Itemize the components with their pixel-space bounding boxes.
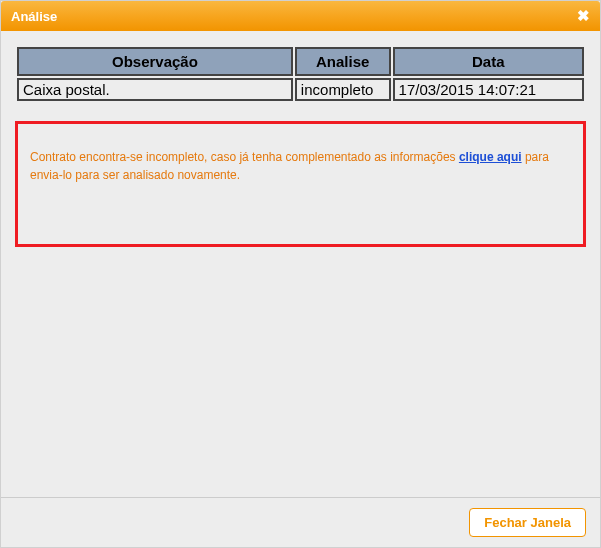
cell-data: 17/03/2015 14:07:21 [393, 78, 584, 101]
close-window-button[interactable]: Fechar Janela [469, 508, 586, 537]
notice-text-before: Contrato encontra-se incompleto, caso já… [30, 150, 459, 164]
col-header-data: Data [393, 47, 584, 76]
modal-footer: Fechar Janela [1, 497, 600, 547]
modal-title: Análise [11, 9, 57, 24]
table-header-row: Observação Analise Data [17, 47, 584, 76]
analysis-table: Observação Analise Data Caixa postal. in… [15, 45, 586, 103]
col-header-observacao: Observação [17, 47, 293, 76]
analysis-modal: Análise ✖ Observação Analise Data Caixa … [0, 0, 601, 548]
table-row: Caixa postal. incompleto 17/03/2015 14:0… [17, 78, 584, 101]
cell-analise: incompleto [295, 78, 391, 101]
incomplete-notice: Contrato encontra-se incompleto, caso já… [15, 121, 586, 247]
col-header-analise: Analise [295, 47, 391, 76]
titlebar: Análise ✖ [1, 1, 600, 31]
modal-content: Observação Analise Data Caixa postal. in… [1, 31, 600, 261]
close-icon[interactable]: ✖ [577, 7, 590, 25]
resend-link[interactable]: clique aqui [459, 150, 522, 164]
cell-observacao: Caixa postal. [17, 78, 293, 101]
